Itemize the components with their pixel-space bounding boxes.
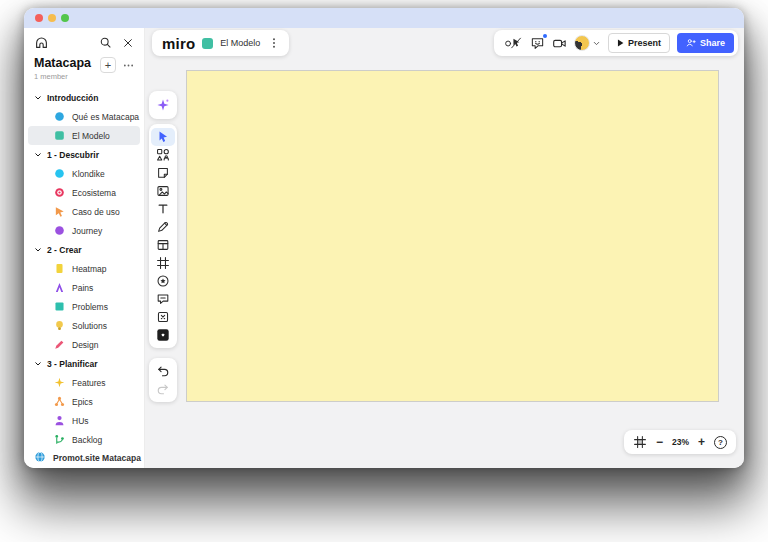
reactions-icon[interactable] <box>530 36 545 51</box>
sidebar-item-caso-de-uso[interactable]: Caso de uso <box>28 202 140 221</box>
window-titlebar <box>24 8 744 28</box>
sidebar-item-ecosistema[interactable]: Ecosistema <box>28 183 140 202</box>
item-label: HUs <box>72 416 89 426</box>
circle-icon <box>54 225 65 236</box>
section-header-3-planificar[interactable]: 3 - Planificar <box>24 354 144 373</box>
sidebar-item-epics[interactable]: Epics <box>28 392 140 411</box>
sidebar-item-hus[interactable]: HUs <box>28 411 140 430</box>
video-camera-icon[interactable] <box>552 36 567 51</box>
redo-icon[interactable] <box>151 380 175 398</box>
traffic-lights <box>35 14 69 22</box>
minimize-window-button[interactable] <box>48 14 56 22</box>
frame-tool[interactable] <box>151 254 175 272</box>
item-label: Design <box>72 340 98 350</box>
board-header-card: miro El Modelo <box>152 30 289 56</box>
embed-tool[interactable] <box>151 308 175 326</box>
templates-tool[interactable] <box>151 146 175 164</box>
sidebar-item-design[interactable]: Design <box>28 335 140 354</box>
sidebar-item-el-modelo[interactable]: El Modelo <box>28 126 140 145</box>
add-board-button[interactable]: + <box>100 57 116 73</box>
circle-icon <box>54 111 65 122</box>
undo-icon[interactable] <box>151 362 175 380</box>
hidden-cursors-icon[interactable] <box>503 36 523 50</box>
section-label: 3 - Planificar <box>47 359 98 369</box>
fit-to-screen-icon[interactable] <box>633 435 647 449</box>
board-frame[interactable] <box>186 70 719 402</box>
sidebar-item-heatmap[interactable]: Heatmap <box>28 259 140 278</box>
zoom-out-button[interactable]: − <box>656 436 663 448</box>
sidebar-item-backlog[interactable]: Backlog <box>28 430 140 449</box>
comment-tool[interactable] <box>151 290 175 308</box>
item-label: Pains <box>72 283 93 293</box>
sidebar-item-journey[interactable]: Journey <box>28 221 140 240</box>
sparkle-icon <box>54 377 65 388</box>
board-menu-icon[interactable] <box>267 37 281 49</box>
miro-logo: miro <box>162 36 195 51</box>
screenshot-stage: Matacapa 1 member + IntroducciónQué es M… <box>0 0 768 542</box>
sidebar-item-qué-es-matacapa[interactable]: Qué es Matacapa <box>28 107 140 126</box>
item-label: Epics <box>72 397 93 407</box>
item-label: Klondike <box>72 169 105 179</box>
rounded-square-icon <box>54 130 65 141</box>
section-header-2-crear[interactable]: 2 - Crear <box>24 240 144 259</box>
zoom-level[interactable]: 23% <box>672 437 689 447</box>
image-tool[interactable] <box>151 182 175 200</box>
more-tools-tool[interactable] <box>151 326 175 344</box>
chevron-down-icon <box>34 94 42 102</box>
zoom-in-button[interactable]: + <box>698 436 705 448</box>
board-chip-icon <box>202 38 213 49</box>
sidebar-footer-item[interactable]: Promot.site Matacapa <box>24 449 144 468</box>
item-label: Features <box>72 378 106 388</box>
section-header-introducción[interactable]: Introducción <box>24 88 144 107</box>
sidebar-item-features[interactable]: Features <box>28 373 140 392</box>
present-button[interactable]: Present <box>608 33 670 53</box>
footer-item-label: Promot.site Matacapa <box>53 453 141 463</box>
ai-assist-tool[interactable] <box>151 96 175 114</box>
user-avatar[interactable] <box>574 35 601 51</box>
zigzag-icon <box>54 282 65 293</box>
item-label: Backlog <box>72 435 102 445</box>
item-label: Journey <box>72 226 102 236</box>
sidebar-item-pains[interactable]: Pains <box>28 278 140 297</box>
text-tool[interactable] <box>151 200 175 218</box>
zoom-window-button[interactable] <box>61 14 69 22</box>
zoom-controls: − 23% + ? <box>624 430 736 454</box>
play-icon <box>617 39 624 47</box>
board-canvas[interactable]: miro El Modelo <box>145 28 744 468</box>
item-label: Qué es Matacapa <box>72 112 139 122</box>
item-label: Caso de uso <box>72 207 120 217</box>
close-window-button[interactable] <box>35 14 43 22</box>
close-icon[interactable] <box>122 37 134 49</box>
sidebar-item-problems[interactable]: Problems <box>28 297 140 316</box>
notification-dot <box>543 34 547 38</box>
section-header-1-descubrir[interactable]: 1 - Descubrir <box>24 145 144 164</box>
pen-icon <box>54 339 65 350</box>
select-tool[interactable] <box>151 128 175 146</box>
app-body: Matacapa 1 member + IntroducciónQué es M… <box>24 28 744 468</box>
sticky-note-tool[interactable] <box>151 164 175 182</box>
chevron-down-icon <box>34 360 42 368</box>
table-tool[interactable] <box>151 236 175 254</box>
target-icon <box>54 187 65 198</box>
creation-toolbar <box>149 124 177 348</box>
search-icon[interactable] <box>99 36 112 49</box>
board-name[interactable]: El Modelo <box>220 38 260 48</box>
app-window: Matacapa 1 member + IntroducciónQué es M… <box>24 8 744 468</box>
home-icon[interactable] <box>34 35 49 50</box>
sidebar-item-solutions[interactable]: Solutions <box>28 316 140 335</box>
pen-tool[interactable] <box>151 218 175 236</box>
sticky-icon <box>54 301 65 312</box>
help-icon[interactable]: ? <box>714 436 727 449</box>
sidebar: Matacapa 1 member + IntroducciónQué es M… <box>24 28 145 468</box>
workspace-title: Matacapa <box>34 57 91 70</box>
sticker-tool[interactable] <box>151 272 175 290</box>
sidebar-sections: IntroducciónQué es MatacapaEl Modelo1 - … <box>24 88 144 449</box>
more-options-icon[interactable] <box>123 60 134 71</box>
add-person-icon <box>686 38 696 48</box>
branch-icon <box>54 434 65 445</box>
share-button[interactable]: Share <box>677 33 734 53</box>
item-label: Problems <box>72 302 108 312</box>
sidebar-item-klondike[interactable]: Klondike <box>28 164 140 183</box>
item-label: Solutions <box>72 321 107 331</box>
workspace-subtitle: 1 member <box>34 72 91 81</box>
